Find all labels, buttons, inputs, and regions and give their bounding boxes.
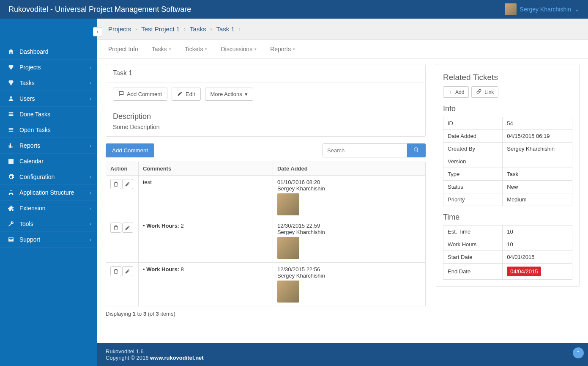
tab-project-info[interactable]: Project Info: [108, 46, 138, 52]
info-table: ID54 Date Added04/15/2015 06:19 Created …: [443, 117, 572, 206]
sidebar-item-calendar[interactable]: Calendar: [0, 154, 97, 169]
sidebar-item-extension[interactable]: Extension‹: [0, 201, 97, 216]
user-menu[interactable]: Sergey Kharchishin ⌄: [505, 3, 580, 15]
comments-table: Action Comments Date Added test01/10/201…: [106, 162, 426, 306]
add-comment-primary-button[interactable]: Add Comment: [106, 143, 154, 157]
sidebar-item-support[interactable]: Support‹: [0, 232, 97, 248]
sidebar-item-label: Tools: [19, 220, 33, 227]
more-actions-button[interactable]: More Actions▾: [205, 88, 253, 101]
col-comments: Comments: [139, 162, 273, 176]
sidebar-item-configuration[interactable]: Configuration‹: [0, 169, 97, 185]
pager: Displaying 1 to 3 (of 3 items): [106, 311, 426, 317]
avatar: [277, 281, 299, 303]
sidebar-item-dashboard[interactable]: Dashboard: [0, 44, 97, 60]
sidebar-item-open-tasks[interactable]: Open Tasks: [0, 122, 97, 138]
task-title: Task 1: [106, 64, 425, 83]
chevron-left-icon: ‹: [90, 237, 91, 242]
chart-icon: [7, 142, 15, 149]
button-label: Edit: [186, 91, 195, 97]
breadcrumb-task[interactable]: Task 1: [216, 25, 234, 33]
sidebar-item-label: Done Tasks: [19, 111, 50, 118]
chevron-left-icon: ‹: [97, 29, 98, 35]
footer-link[interactable]: www.rukovoditel.net: [150, 355, 204, 361]
info-value: 10: [503, 226, 572, 238]
sidebar-item-label: Support: [19, 236, 40, 243]
caret-down-icon: ▾: [254, 47, 257, 51]
avatar: [277, 237, 299, 259]
edit-button[interactable]: Edit: [172, 88, 200, 101]
info-value: [503, 155, 572, 168]
sidebar-item-done-tasks[interactable]: Done Tasks: [0, 107, 97, 122]
sidebar-item-label: Configuration: [19, 173, 55, 180]
delete-button[interactable]: [110, 223, 121, 233]
add-comment-button[interactable]: Add Comment: [113, 88, 167, 101]
search-button[interactable]: [407, 143, 426, 157]
sidebar-item-users[interactable]: Users‹: [0, 91, 97, 107]
avatar: [505, 3, 517, 15]
sidebar-item-label: Extension: [19, 205, 45, 212]
search-input[interactable]: [323, 143, 407, 157]
info-heading: Info: [443, 105, 572, 113]
col-date-added: Date Added: [273, 162, 425, 176]
tab-tasks[interactable]: Tasks▾: [152, 46, 171, 52]
sidebar-item-label: Users: [19, 95, 35, 102]
info-label: ID: [443, 117, 503, 130]
info-label: Status: [443, 181, 503, 193]
wrench-icon: [7, 220, 15, 227]
sidebar-toggle[interactable]: ‹: [93, 27, 102, 36]
info-label: Priority: [443, 193, 503, 206]
sidebar-item-projects[interactable]: Projects‹: [0, 60, 97, 75]
tab-discussions[interactable]: Discussions▾: [221, 46, 257, 52]
time-heading: Time: [443, 213, 572, 222]
chevron-right-icon: ›: [184, 26, 186, 32]
button-label: Add Comment: [127, 91, 162, 97]
footer-copyright: Copyright © 2016: [106, 355, 150, 361]
tabs-nav: Project Info Tasks▾ Tickets▾ Discussions…: [97, 40, 588, 59]
sidebar-item-label: Reports: [19, 142, 40, 149]
button-label: Add: [455, 89, 464, 95]
sidebar-item-app-structure[interactable]: Application Structure‹: [0, 185, 97, 201]
breadcrumb: Projects› Test Project 1› Tasks› Task 1›: [97, 19, 588, 40]
tab-label: Project Info: [108, 46, 138, 52]
sidebar-item-reports[interactable]: Reports‹: [0, 138, 97, 154]
chevron-down-icon: ⌄: [574, 6, 580, 13]
chevron-left-icon: ‹: [90, 221, 91, 226]
chevron-left-icon: ‹: [90, 190, 91, 195]
info-label: Version: [443, 155, 503, 168]
breadcrumb-projects[interactable]: Projects: [108, 25, 131, 33]
add-ticket-button[interactable]: ＋Add: [443, 86, 469, 98]
comment-icon: [118, 91, 124, 98]
chevron-left-icon: ‹: [90, 143, 91, 148]
link-ticket-button[interactable]: Link: [471, 86, 498, 98]
caret-down-icon: ▾: [169, 47, 171, 51]
col-action: Action: [106, 162, 139, 176]
delete-button[interactable]: [110, 179, 121, 189]
footer: Rukovoditel 1.6 Copyright © 2016 www.ruk…: [97, 343, 588, 366]
sidebar-item-label: Application Structure: [19, 189, 74, 196]
table-row: • Work Hours: 212/30/2015 22:59Sergey Kh…: [106, 219, 426, 263]
diamond-icon: [7, 64, 15, 71]
delete-button[interactable]: [110, 266, 121, 276]
list-icon: [7, 111, 15, 118]
sidebar-item-label: Projects: [19, 64, 41, 71]
comment-meta: 12/30/2015 22:56Sergey Kharchishin: [273, 263, 425, 306]
sidebar-item-tasks[interactable]: Tasks‹: [0, 75, 97, 91]
sidebar-menu: Dashboard Projects‹ Tasks‹ Users‹ Done T…: [0, 19, 97, 248]
info-value: New: [503, 181, 572, 193]
chevron-left-icon: ‹: [90, 96, 91, 101]
scroll-top-button[interactable]: ⌃: [573, 347, 584, 358]
info-label: Est. Time: [443, 226, 503, 238]
envelope-icon: [7, 236, 15, 243]
list-icon: [7, 127, 15, 133]
tab-reports[interactable]: Reports▾: [270, 46, 295, 52]
info-label: End Date: [443, 264, 503, 280]
sidebar-item-tools[interactable]: Tools‹: [0, 216, 97, 232]
breadcrumb-project[interactable]: Test Project 1: [141, 25, 180, 33]
edit-button[interactable]: [122, 266, 133, 276]
breadcrumb-tasks[interactable]: Tasks: [190, 25, 206, 33]
gear-icon: [7, 173, 15, 180]
edit-button[interactable]: [122, 223, 133, 233]
edit-button[interactable]: [122, 179, 133, 189]
tab-tickets[interactable]: Tickets▾: [185, 46, 208, 52]
info-label: Date Added: [443, 130, 503, 143]
